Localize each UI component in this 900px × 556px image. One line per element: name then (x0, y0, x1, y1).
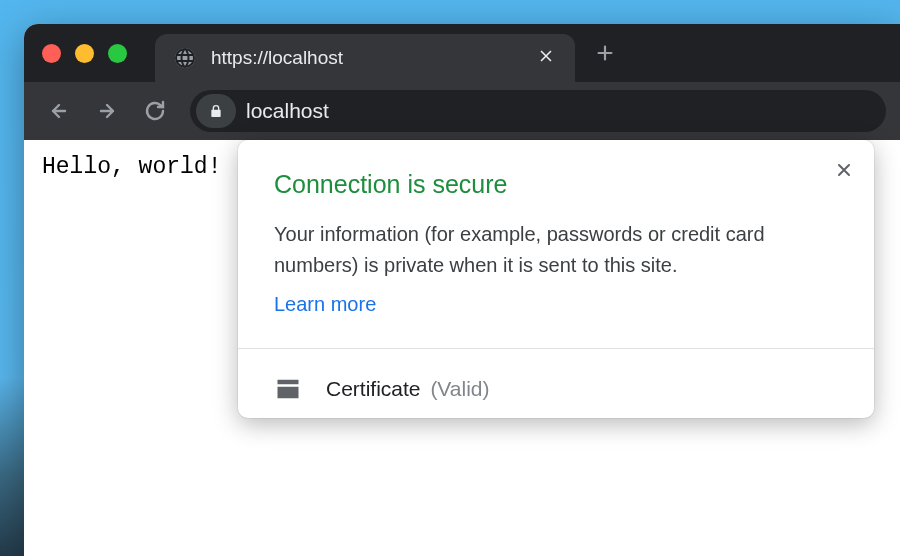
back-button[interactable] (38, 90, 80, 132)
url-text: localhost (246, 99, 329, 123)
browser-window: https://localhost localhost Hello, world… (24, 24, 900, 556)
certificate-icon (274, 375, 302, 403)
reload-button[interactable] (134, 90, 176, 132)
certificate-status: (Valid) (430, 377, 489, 400)
site-information-popover: Connection is secure Your information (f… (238, 140, 874, 418)
window-close-button[interactable] (42, 44, 61, 63)
window-titlebar: https://localhost (24, 24, 900, 82)
browser-toolbar: localhost (24, 82, 900, 140)
browser-tab[interactable]: https://localhost (155, 34, 575, 82)
lock-icon (208, 103, 224, 119)
forward-button[interactable] (86, 90, 128, 132)
window-controls (42, 44, 127, 63)
certificate-label: Certificate (326, 377, 421, 400)
new-tab-button[interactable] (583, 31, 627, 75)
window-zoom-button[interactable] (108, 44, 127, 63)
site-security-chip[interactable] (196, 94, 236, 128)
globe-icon (173, 46, 197, 70)
address-bar[interactable]: localhost (190, 90, 886, 132)
certificate-row[interactable]: Certificate (Valid) (238, 349, 874, 418)
desktop-wallpaper-strip (0, 376, 24, 556)
tab-close-button[interactable] (533, 43, 559, 74)
connection-secure-heading: Connection is secure (274, 170, 838, 199)
connection-secure-description: Your information (for example, passwords… (274, 219, 838, 281)
tab-title: https://localhost (211, 47, 533, 69)
window-minimize-button[interactable] (75, 44, 94, 63)
popover-close-button[interactable] (828, 154, 860, 186)
learn-more-link[interactable]: Learn more (274, 293, 376, 315)
page-viewport: Hello, world! Connection is secure Your … (24, 140, 900, 556)
